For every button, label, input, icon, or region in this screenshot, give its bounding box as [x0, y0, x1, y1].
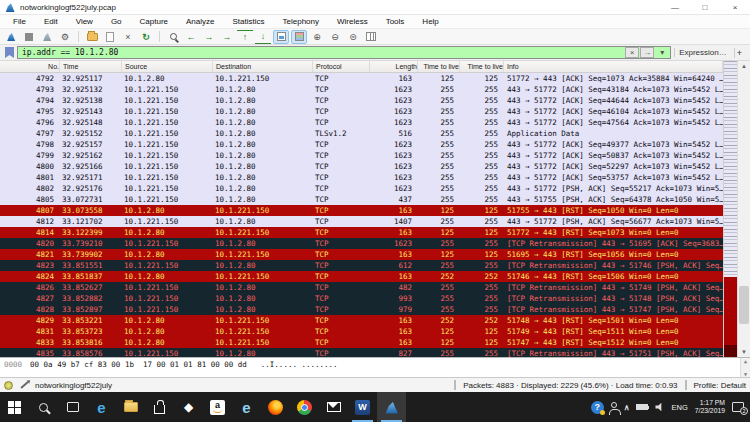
column-header-dst[interactable]: Destination	[213, 61, 313, 72]
file-explorer-button[interactable]	[116, 392, 145, 422]
go-to-packet-button[interactable]: →	[219, 30, 235, 44]
packet-row[interactable]: 483133.85372310.1.2.8010.1.221.150TCP163…	[0, 326, 723, 337]
apply-filter-button[interactable]: →	[640, 47, 654, 58]
start-button[interactable]	[0, 392, 29, 422]
annotation-pencil-icon[interactable]	[20, 381, 28, 388]
packet-row[interactable]: 479532.92514310.1.221.15010.1.2.80TCP162…	[0, 106, 723, 117]
packet-row[interactable]: 482633.85262710.1.221.15010.1.2.80TCP482…	[0, 282, 723, 293]
packet-bytes-pane[interactable]: 0000 00 0a 49 b7 cf 83 00 1b 17 00 01 01…	[0, 357, 750, 377]
dropbox-button[interactable]: ◆	[174, 392, 203, 422]
packet-row[interactable]: 483333.85381610.1.2.8010.1.221.150TCP163…	[0, 337, 723, 348]
capture-options-button[interactable]: ⚙	[57, 30, 73, 44]
zoom-in-button[interactable]: ⊕	[309, 30, 325, 44]
volume-icon[interactable]	[655, 403, 664, 412]
menu-item-capture[interactable]: Capture	[131, 17, 177, 26]
colorize-button[interactable]	[291, 30, 307, 44]
hex-scroll-up-icon[interactable]: ▲	[744, 358, 747, 364]
stop-capture-button[interactable]	[21, 30, 37, 44]
minimize-button[interactable]: —	[660, 0, 690, 14]
expression-button[interactable]: Expression…	[674, 48, 731, 57]
scroll-up-icon[interactable]: ▲	[741, 61, 747, 71]
column-header-proto[interactable]: Protocol	[313, 61, 370, 72]
column-header-src[interactable]: Source	[122, 61, 213, 72]
packet-row[interactable]: 479932.92516210.1.221.15010.1.2.80TCP162…	[0, 150, 723, 161]
packet-row[interactable]: 481433.12239910.1.2.8010.1.221.150TCP163…	[0, 227, 723, 238]
firefox-button[interactable]	[261, 392, 290, 422]
find-packet-button[interactable]	[165, 30, 181, 44]
start-capture-button[interactable]	[3, 30, 19, 44]
packet-row[interactable]: 482033.73921010.1.221.15010.1.2.80TCP162…	[0, 238, 723, 249]
packet-row[interactable]: 482733.85288210.1.221.15010.1.2.80TCP993…	[0, 293, 723, 304]
auto-scroll-button[interactable]	[273, 30, 289, 44]
maximize-button[interactable]: □	[690, 0, 720, 14]
column-header-ttl2[interactable]: Time to live	[460, 61, 504, 72]
taskbar-search-button[interactable]	[29, 392, 58, 422]
packet-row[interactable]: 480132.92517110.1.221.15010.1.2.80TCP162…	[0, 172, 723, 183]
packet-row[interactable]: 482833.85289710.1.221.15010.1.2.80TCP979…	[0, 304, 723, 315]
reload-button[interactable]: ↻	[138, 30, 154, 44]
packet-row[interactable]: 479332.92513210.1.221.15010.1.2.80TCP162…	[0, 84, 723, 95]
go-forward-button[interactable]: →	[201, 30, 217, 44]
menu-item-statistics[interactable]: Statistics	[224, 17, 274, 26]
column-header-info[interactable]: Info	[504, 61, 723, 72]
menu-item-tools[interactable]: Tools	[377, 17, 414, 26]
zoom-out-button[interactable]: ⊖	[327, 30, 343, 44]
menu-item-wireless[interactable]: Wireless	[328, 17, 377, 26]
filter-dropdown-button[interactable]: ▾	[655, 47, 669, 58]
packet-row[interactable]: 479732.92515210.1.221.15010.1.2.80TLSv1.…	[0, 128, 723, 139]
packet-list-scrollbar[interactable]: ▲ ▼	[737, 61, 750, 357]
packet-row[interactable]: 480533.07273110.1.221.15010.1.2.80TCP437…	[0, 194, 723, 205]
menu-item-telephony[interactable]: Telephony	[274, 17, 328, 26]
menu-item-view[interactable]: View	[67, 17, 102, 26]
language-label[interactable]: ENG	[671, 403, 687, 412]
edge-taskbar-button[interactable]: e	[87, 392, 116, 422]
packet-row[interactable]: 483533.85857610.1.221.15010.1.2.80TCP827…	[0, 348, 723, 357]
profile-label[interactable]: Profile: Default	[694, 381, 746, 390]
store-button[interactable]	[145, 392, 174, 422]
clock[interactable]: 1:17 PM 7/23/2019	[695, 399, 725, 415]
zoom-reset-button[interactable]: ⊜	[345, 30, 361, 44]
column-header-ttl1[interactable]: Time to live	[418, 61, 460, 72]
mail-button[interactable]	[319, 392, 348, 422]
packet-row[interactable]: 480232.92517610.1.221.15010.1.2.80TCP162…	[0, 183, 723, 194]
column-header-time[interactable]: Time	[60, 61, 122, 72]
close-capture-button[interactable]: ×	[120, 30, 136, 44]
column-header-no[interactable]: No.	[0, 61, 60, 72]
restart-capture-button[interactable]	[39, 30, 55, 44]
battery-icon[interactable]	[636, 404, 648, 410]
menu-item-edit[interactable]: Edit	[35, 17, 67, 26]
scrollbar-thumb[interactable]	[739, 286, 749, 324]
people-icon[interactable]	[611, 402, 617, 408]
packet-row[interactable]: 480733.07355810.1.2.8010.1.221.150TCP163…	[0, 205, 723, 216]
menu-item-help[interactable]: Help	[413, 17, 447, 26]
packet-row[interactable]: 479632.92514810.1.221.15010.1.2.80TCP162…	[0, 117, 723, 128]
menu-item-file[interactable]: File	[4, 17, 35, 26]
hex-scroll-down-icon[interactable]: ▼	[744, 371, 747, 377]
clear-filter-button[interactable]: ×	[625, 47, 639, 58]
hex-scrollbar[interactable]: ▲ ▼	[740, 358, 750, 377]
intelligent-scrollbar-map[interactable]	[723, 61, 737, 357]
packet-row[interactable]: 479232.92511710.1.2.8010.1.221.150TCP163…	[0, 73, 723, 84]
packet-row[interactable]: 479832.92515710.1.221.15010.1.2.80TCP162…	[0, 139, 723, 150]
expert-info-icon[interactable]	[4, 381, 13, 390]
task-view-button[interactable]	[58, 392, 87, 422]
hex-bytes[interactable]: 00 0a 49 b7 cf 83 00 1b 17 00 01 01 81 0…	[30, 360, 247, 377]
packet-row[interactable]: 481233.12170210.1.221.15010.1.2.80TCP140…	[0, 216, 723, 227]
packet-row[interactable]: 482933.85322110.1.2.8010.1.221.150TCP163…	[0, 315, 723, 326]
action-center-icon[interactable]: 2	[732, 402, 744, 412]
packet-row[interactable]: 482133.73990210.1.2.8010.1.221.150TCP163…	[0, 249, 723, 260]
packet-row[interactable]: 479432.92513810.1.221.15010.1.2.80TCP162…	[0, 95, 723, 106]
hex-ascii[interactable]: ..I..... ........	[261, 360, 338, 377]
open-file-button[interactable]	[84, 30, 100, 44]
tray-chevron-icon[interactable]: ∧	[624, 403, 630, 412]
save-file-button[interactable]	[102, 30, 118, 44]
go-last-packet-button[interactable]: ↓	[255, 30, 271, 44]
resize-columns-button[interactable]	[363, 30, 379, 44]
wireshark-taskbar-button[interactable]	[377, 392, 406, 422]
packet-row[interactable]: 482433.85183710.1.2.8010.1.221.150TCP163…	[0, 271, 723, 282]
packet-row[interactable]: 482333.85155110.1.221.15010.1.2.80TCP612…	[0, 260, 723, 271]
menu-item-analyze[interactable]: Analyze	[177, 17, 223, 26]
packet-row[interactable]: 480032.92516610.1.221.15010.1.2.80TCP162…	[0, 161, 723, 172]
chrome-button[interactable]	[290, 392, 319, 422]
scroll-down-icon[interactable]: ▼	[741, 347, 747, 357]
